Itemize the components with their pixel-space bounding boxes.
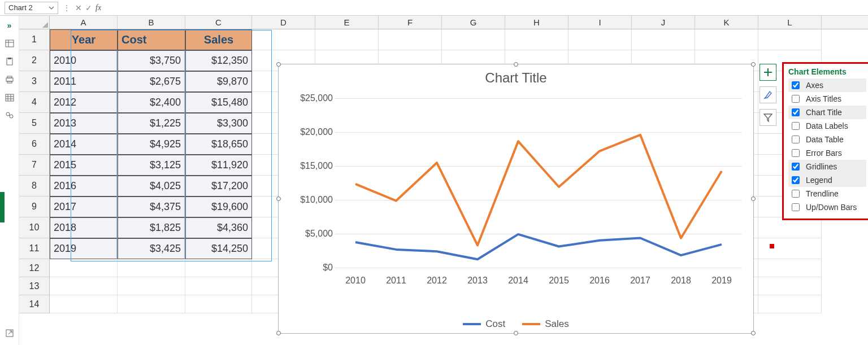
cell[interactable]: $19,600 (185, 196, 252, 217)
row-header[interactable]: 11 (19, 238, 50, 259)
cell[interactable] (185, 259, 252, 277)
chart-legend[interactable]: CostSales (279, 318, 753, 330)
column-header[interactable]: L (758, 16, 822, 29)
column-header[interactable]: B (118, 16, 185, 29)
column-header[interactable]: E (315, 16, 379, 29)
flyout-checkbox[interactable] (792, 122, 800, 130)
cell[interactable]: $3,300 (185, 113, 252, 134)
cell[interactable] (118, 259, 185, 277)
row-header[interactable]: 8 (19, 176, 50, 196)
column-header[interactable]: J (632, 16, 695, 29)
column-header[interactable]: K (695, 16, 758, 29)
cell[interactable]: Sales (185, 29, 252, 50)
cell[interactable]: 2015 (50, 155, 118, 176)
cell[interactable]: $14,250 (185, 238, 252, 259)
cell[interactable]: $15,480 (185, 92, 252, 113)
resize-handle[interactable] (514, 62, 518, 67)
flyout-item[interactable]: Trendline (788, 187, 866, 200)
cell[interactable]: $4,025 (118, 176, 185, 196)
cell[interactable]: Cost (118, 29, 185, 50)
row-header[interactable]: 5 (19, 113, 50, 134)
flyout-item[interactable]: Error Bars (788, 146, 866, 160)
flyout-checkbox[interactable] (792, 190, 800, 198)
chart-filters-button[interactable] (760, 109, 776, 126)
cell[interactable]: $3,125 (118, 155, 185, 176)
cell[interactable]: 2018 (50, 217, 118, 238)
flyout-item[interactable]: Chart Title (788, 106, 866, 119)
chart-elements-button[interactable] (760, 64, 776, 81)
cell[interactable] (505, 29, 568, 50)
row-header[interactable]: 1 (19, 29, 50, 50)
column-header[interactable]: A (50, 16, 118, 29)
cell[interactable]: $12,350 (185, 50, 252, 71)
row-header[interactable]: 9 (19, 196, 50, 217)
cell[interactable] (568, 29, 632, 50)
cell[interactable] (252, 29, 315, 50)
flyout-checkbox[interactable] (792, 203, 800, 211)
cell[interactable] (758, 217, 822, 238)
cell[interactable]: 2016 (50, 176, 118, 196)
cell[interactable]: 2014 (50, 134, 118, 155)
chart-series-line[interactable] (355, 135, 722, 246)
flyout-item[interactable]: Data Labels (788, 119, 866, 133)
cell[interactable]: $9,870 (185, 71, 252, 92)
cell[interactable] (695, 29, 758, 50)
flyout-checkbox[interactable] (792, 149, 800, 157)
select-all-corner[interactable] (19, 16, 50, 29)
row-header[interactable]: 10 (19, 217, 50, 238)
cell[interactable]: 2019 (50, 238, 118, 259)
cell[interactable] (118, 295, 185, 313)
cell[interactable] (758, 259, 822, 277)
cell[interactable]: 2017 (50, 196, 118, 217)
cell[interactable] (50, 259, 118, 277)
cell[interactable] (442, 29, 505, 50)
cell[interactable]: $18,650 (185, 134, 252, 155)
cell[interactable] (758, 29, 822, 50)
cancel-icon[interactable]: ✕ (75, 3, 82, 12)
row-header[interactable]: 14 (19, 295, 50, 313)
resize-handle[interactable] (514, 331, 518, 335)
legend-item[interactable]: Sales (522, 318, 569, 330)
cell[interactable] (185, 295, 252, 313)
embedded-chart[interactable]: Chart Title $0$5,000$10,000$15,000$20,00… (278, 64, 754, 334)
table-icon[interactable] (5, 93, 15, 103)
flyout-checkbox[interactable] (792, 81, 800, 89)
cell[interactable]: $4,360 (185, 217, 252, 238)
column-header[interactable]: F (379, 16, 442, 29)
flyout-checkbox[interactable] (792, 108, 800, 116)
name-box[interactable]: Chart 2 (5, 2, 58, 14)
flyout-checkbox[interactable] (792, 95, 800, 103)
chart-styles-button[interactable] (760, 86, 776, 103)
flyout-item[interactable]: Axes (788, 78, 866, 92)
print-icon[interactable] (5, 75, 15, 85)
cell[interactable]: 2010 (50, 50, 118, 71)
resize-handle[interactable] (276, 196, 281, 201)
row-header[interactable]: 4 (19, 92, 50, 113)
popout-icon[interactable] (5, 328, 15, 338)
column-header[interactable]: H (505, 16, 568, 29)
cell[interactable]: $2,400 (118, 92, 185, 113)
flyout-item[interactable]: Gridlines (788, 160, 866, 173)
cell[interactable] (758, 238, 822, 259)
cell[interactable]: 2011 (50, 71, 118, 92)
cell[interactable]: $17,200 (185, 176, 252, 196)
flyout-item[interactable]: Data Table (788, 133, 866, 146)
cell[interactable]: 2013 (50, 113, 118, 134)
row-header[interactable]: 13 (19, 277, 50, 295)
sheet-icon[interactable] (5, 38, 15, 49)
cell[interactable] (632, 29, 695, 50)
cell[interactable] (50, 277, 118, 295)
flyout-item[interactable]: Axis Titles (788, 92, 866, 106)
row-header[interactable]: 7 (19, 155, 50, 176)
resize-handle[interactable] (751, 331, 756, 335)
column-header[interactable]: I (568, 16, 632, 29)
cell[interactable] (758, 277, 822, 295)
spreadsheet-grid[interactable]: ABCDEFGHIJKL 1YearCostSales22010$3,750$1… (19, 16, 868, 345)
enter-icon[interactable]: ✓ (85, 3, 92, 12)
cell[interactable] (185, 277, 252, 295)
fx-icon[interactable]: fx (96, 3, 101, 12)
row-header[interactable]: 2 (19, 50, 50, 71)
cell[interactable]: $3,750 (118, 50, 185, 71)
flyout-item[interactable]: Up/Down Bars (788, 200, 866, 214)
cell[interactable] (50, 295, 118, 313)
